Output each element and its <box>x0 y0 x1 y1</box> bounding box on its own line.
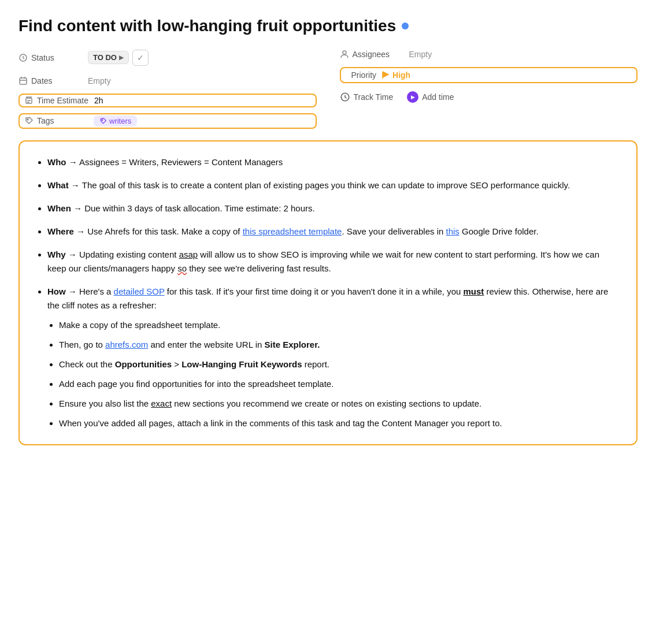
list-item: Who → Assignees = Writers, Reviewers = C… <box>47 155 620 169</box>
list-item: What → The goal of this task is to creat… <box>47 178 620 192</box>
dates-row: Dates Empty <box>18 74 317 88</box>
tag-writers-icon <box>99 117 107 125</box>
sub-list: Make a copy of the spreadsheet template.… <box>47 318 620 430</box>
tags-row[interactable]: Tags writers <box>18 113 317 129</box>
time-estimate-label: Time Estimate <box>24 96 88 105</box>
list-item: Then, go to ahrefs.com and enter the web… <box>59 338 620 352</box>
spreadsheet-template-link[interactable]: this spreadsheet template <box>243 226 342 236</box>
svg-marker-6 <box>383 72 388 77</box>
assignees-row: Assignees Empty <box>340 47 638 61</box>
list-item: Why → Updating existing content asap wil… <box>47 248 620 276</box>
list-item: Add each page you find opportunities for… <box>59 377 620 391</box>
assignees-value[interactable]: Empty <box>409 50 432 59</box>
time-estimate-value: 2h <box>94 96 103 105</box>
time-estimate-icon <box>24 96 34 105</box>
list-item: When you've added all pages, attach a li… <box>59 416 620 430</box>
assignees-label: Assignees <box>340 50 403 59</box>
priority-flag-icon <box>381 70 390 80</box>
track-time-row: Track Time ▶ Add time <box>340 89 638 105</box>
list-item: Where → Use Ahrefs for this task. Make a… <box>47 225 620 239</box>
list-item: Make a copy of the spreadsheet template. <box>59 318 620 332</box>
ahrefs-link[interactable]: ahrefs.com <box>105 340 148 349</box>
dates-value[interactable]: Empty <box>88 76 111 85</box>
status-row: Status TO DO ▶ ✓ <box>18 47 317 68</box>
clock-icon <box>340 92 350 102</box>
title-dot <box>402 23 409 29</box>
list-item: Check out the Opportunities > Low-Hangin… <box>59 358 620 371</box>
time-estimate-row[interactable]: Time Estimate 2h <box>18 94 317 107</box>
check-button[interactable]: ✓ <box>132 50 149 66</box>
status-badge[interactable]: TO DO ▶ <box>88 51 129 64</box>
priority-row[interactable]: Priority High <box>340 67 638 83</box>
add-time-button[interactable]: ▶ Add time <box>407 91 454 103</box>
play-icon: ▶ <box>407 91 418 103</box>
list-item: Ensure you also list the exact new secti… <box>59 397 620 411</box>
dates-label: Dates <box>18 76 82 85</box>
status-label: Status <box>18 53 82 62</box>
svg-point-3 <box>27 119 28 120</box>
priority-label: Priority <box>348 70 377 80</box>
status-arrow-icon: ▶ <box>119 54 124 61</box>
svg-point-5 <box>343 51 346 54</box>
tag-writers[interactable]: writers <box>94 116 137 126</box>
tags-label: Tags <box>24 116 88 125</box>
assignees-icon <box>340 50 349 59</box>
svg-point-4 <box>102 120 103 121</box>
list-item: When → Due within 3 days of task allocat… <box>47 202 620 215</box>
status-icon <box>18 53 28 62</box>
list-item: How → Here's a detailed SOP for this tas… <box>47 285 620 430</box>
detailed-sop-link[interactable]: detailed SOP <box>114 286 165 296</box>
google-drive-link[interactable]: this <box>446 226 459 236</box>
track-time-button[interactable]: Track Time <box>340 92 394 102</box>
content-list: Who → Assignees = Writers, Reviewers = C… <box>36 155 620 430</box>
priority-value: High <box>381 70 410 80</box>
calendar-icon <box>18 76 28 85</box>
content-card: Who → Assignees = Writers, Reviewers = C… <box>18 140 638 445</box>
svg-rect-1 <box>20 78 27 84</box>
page-title: Find content with low-hanging fruit oppo… <box>18 16 396 36</box>
tag-icon <box>24 116 34 125</box>
